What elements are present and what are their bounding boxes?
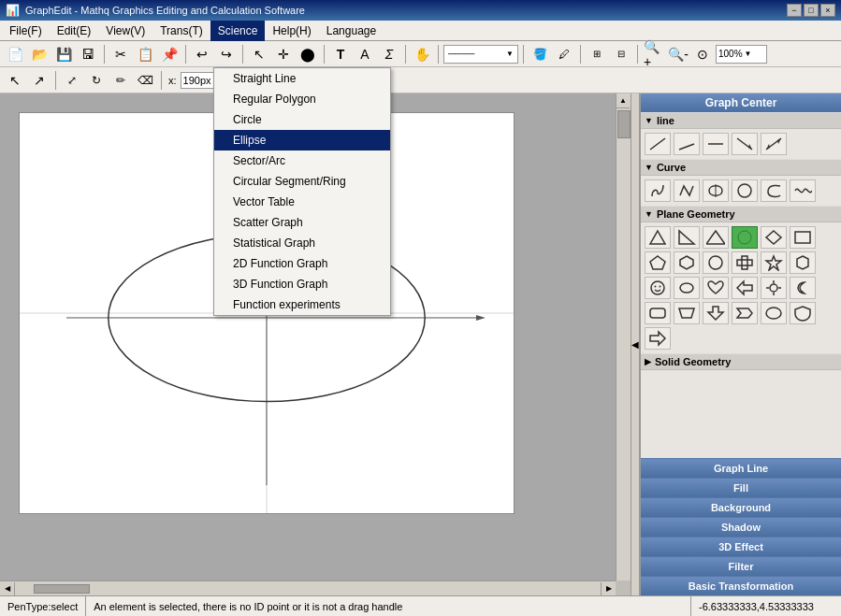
eraser-tool[interactable]: ⌫: [134, 70, 156, 91]
point-button[interactable]: ⬤: [297, 44, 319, 64]
menu-language[interactable]: Language: [319, 21, 384, 41]
rotate-tool[interactable]: ↻: [85, 70, 108, 91]
shape-smiley[interactable]: [645, 277, 671, 299]
menu-2d-function[interactable]: 2D Function Graph: [214, 253, 390, 274]
cut-button[interactable]: ✂: [109, 44, 132, 64]
pointer-tool[interactable]: ↗: [28, 70, 51, 91]
shape-cross[interactable]: [732, 251, 758, 274]
line-style-selector[interactable]: ──── ▼: [443, 45, 518, 64]
copy-button[interactable]: 📋: [134, 44, 156, 64]
shape-rect[interactable]: [790, 226, 816, 249]
save-as-button[interactable]: 🖫: [77, 44, 99, 64]
move-tool[interactable]: ⤢: [61, 70, 83, 91]
curve-wave[interactable]: [790, 179, 816, 202]
line-shape-5[interactable]: [761, 133, 787, 155]
background-button[interactable]: Background: [641, 497, 841, 517]
line-section-header[interactable]: ▼ line: [641, 112, 841, 129]
shape-circle-filled[interactable]: [732, 226, 758, 249]
curve-circle[interactable]: [732, 179, 758, 202]
vertical-scrollbar[interactable]: ▲: [616, 93, 631, 580]
menu-circular-segment[interactable]: Circular Segment/Ring: [214, 171, 390, 192]
shape-diamond[interactable]: [761, 226, 787, 249]
node-button[interactable]: ✛: [272, 44, 295, 64]
menu-science[interactable]: Science: [210, 21, 266, 41]
menu-help[interactable]: Help(H): [265, 21, 318, 41]
undo-button[interactable]: ↩: [191, 44, 213, 64]
line-shape-3[interactable]: [703, 133, 729, 155]
color-fill-button[interactable]: 🪣: [529, 44, 551, 64]
shadow-button[interactable]: Shadow: [641, 517, 841, 537]
3d-effect-button[interactable]: 3D Effect: [641, 537, 841, 556]
fill-button[interactable]: Fill: [641, 478, 841, 497]
close-button[interactable]: ×: [820, 4, 835, 17]
shape-pentagon[interactable]: [645, 251, 671, 274]
shape-star[interactable]: [761, 251, 787, 274]
text-button[interactable]: T: [329, 44, 352, 64]
ungroup-button[interactable]: ⊟: [610, 44, 632, 64]
horizontal-scrollbar[interactable]: ◀ ▶: [0, 580, 616, 595]
menu-edit[interactable]: Edit(E): [50, 21, 99, 41]
menu-function-experiments[interactable]: Function experiments: [214, 294, 390, 315]
menu-file[interactable]: File(F): [2, 21, 50, 41]
shape-hexagon[interactable]: [674, 251, 700, 274]
curve-n[interactable]: [674, 179, 700, 202]
formula-button[interactable]: Σ: [378, 44, 400, 64]
menu-circle[interactable]: Circle: [214, 109, 390, 130]
new-button[interactable]: 📄: [4, 44, 26, 64]
shape-arrow-left[interactable]: [732, 277, 758, 299]
line-shape-2[interactable]: [674, 133, 700, 155]
shape-heart[interactable]: [703, 277, 729, 299]
pencil-tool[interactable]: ✏: [109, 70, 132, 91]
curve-3[interactable]: [703, 179, 729, 202]
plane-geometry-section-header[interactable]: ▼ Plane Geometry: [641, 206, 841, 222]
panel-collapse-handle[interactable]: ◀: [631, 93, 640, 595]
pan-button[interactable]: ✋: [411, 44, 433, 64]
zoom-level-input[interactable]: 100% ▼: [716, 45, 767, 64]
font-button[interactable]: A: [354, 44, 376, 64]
shape-hexagon2[interactable]: [790, 251, 816, 274]
redo-button[interactable]: ↪: [215, 44, 238, 64]
line-shape-1[interactable]: [645, 133, 671, 155]
menu-vector-table[interactable]: Vector Table: [214, 192, 390, 212]
curve-s[interactable]: [645, 179, 671, 202]
menu-regular-polygon[interactable]: Regular Polygon: [214, 89, 390, 109]
menu-ellipse[interactable]: Ellipse: [214, 130, 390, 150]
shape-trapezoid[interactable]: [674, 302, 700, 324]
select-tool[interactable]: ↖: [4, 70, 26, 91]
zoom-in-button[interactable]: 🔍+: [643, 44, 665, 64]
solid-geometry-section-header[interactable]: ▶ Solid Geometry: [641, 353, 841, 370]
shape-sun[interactable]: [761, 277, 787, 299]
shape-chevron[interactable]: [732, 302, 758, 324]
menu-sector-arc[interactable]: Sector/Arc: [214, 150, 390, 171]
filter-button[interactable]: Filter: [641, 556, 841, 576]
menu-straight-line[interactable]: Straight Line: [214, 68, 390, 89]
open-button[interactable]: 📂: [28, 44, 51, 64]
color-line-button[interactable]: 🖊: [553, 44, 575, 64]
curve-section-header[interactable]: ▼ Curve: [641, 159, 841, 176]
shape-crescent[interactable]: [790, 277, 816, 299]
cursor-button[interactable]: ↖: [248, 44, 270, 64]
shape-oval[interactable]: [674, 277, 700, 299]
shape-triangle[interactable]: [645, 226, 671, 249]
menu-trans[interactable]: Trans(T): [152, 21, 210, 41]
graph-line-button[interactable]: Graph Line: [641, 458, 841, 478]
group-button[interactable]: ⊞: [586, 44, 608, 64]
minimize-button[interactable]: −: [787, 4, 802, 17]
shape-down-arrow[interactable]: [703, 302, 729, 324]
shape-rounded-rect[interactable]: [645, 302, 671, 324]
menu-view[interactable]: View(V): [98, 21, 152, 41]
paste-button[interactable]: 📌: [158, 44, 181, 64]
shape-oval2[interactable]: [761, 302, 787, 324]
zoom-fit-button[interactable]: ⊙: [691, 44, 714, 64]
maximize-button[interactable]: □: [804, 4, 819, 17]
zoom-out-button[interactable]: 🔍-: [667, 44, 689, 64]
shape-circle-empty[interactable]: [703, 251, 729, 274]
curve-c[interactable]: [761, 179, 787, 202]
shape-iso-triangle[interactable]: [703, 226, 729, 249]
basic-transformation-button[interactable]: Basic Transformation: [641, 576, 841, 595]
shape-right-triangle[interactable]: [674, 226, 700, 249]
shape-arrow-left2[interactable]: [645, 327, 671, 350]
menu-scatter-graph[interactable]: Scatter Graph: [214, 212, 390, 233]
shape-shield[interactable]: [790, 302, 816, 324]
menu-3d-function[interactable]: 3D Function Graph: [214, 274, 390, 294]
